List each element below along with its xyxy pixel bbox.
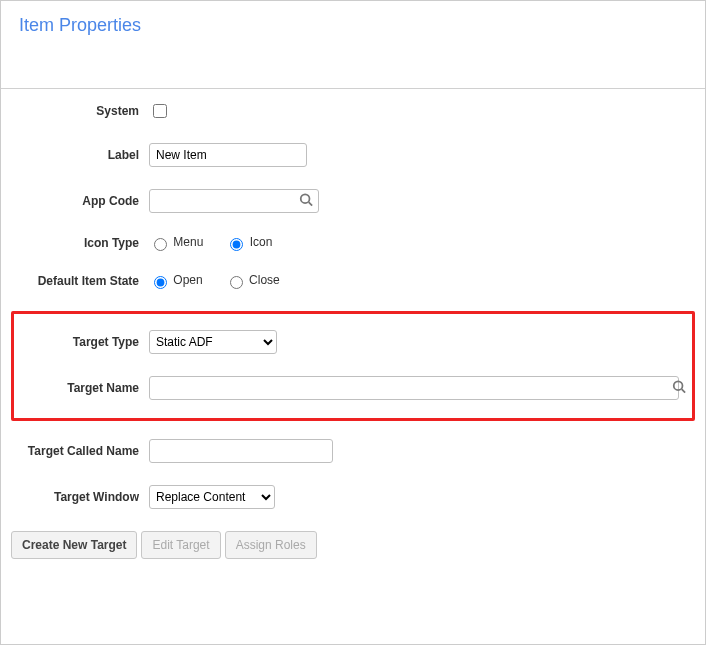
row-defaultstate: Default Item State Open Close bbox=[11, 273, 695, 289]
icontype-menu-label: Menu bbox=[173, 235, 203, 249]
label-targetwindow: Target Window bbox=[11, 490, 149, 504]
svg-line-1 bbox=[309, 202, 313, 206]
panel-title: Item Properties bbox=[19, 15, 687, 36]
svg-point-0 bbox=[301, 194, 310, 203]
label-defaultstate: Default Item State bbox=[11, 274, 149, 288]
row-appcode: App Code bbox=[11, 189, 695, 213]
svg-point-2 bbox=[674, 381, 683, 390]
row-targetwindow: Target Window Replace Content bbox=[11, 485, 695, 509]
panel-body: System Label App Code bbox=[1, 89, 705, 569]
label-label: Label bbox=[11, 148, 149, 162]
search-icon[interactable] bbox=[672, 380, 686, 397]
search-icon[interactable] bbox=[299, 193, 313, 210]
create-new-target-button[interactable]: Create New Target bbox=[11, 531, 137, 559]
label-targettype: Target Type bbox=[11, 335, 149, 349]
row-icontype: Icon Type Menu Icon bbox=[11, 235, 695, 251]
edit-target-button: Edit Target bbox=[141, 531, 220, 559]
item-properties-panel: Item Properties System Label App Code bbox=[0, 0, 706, 645]
label-input[interactable] bbox=[149, 143, 307, 167]
defaultstate-close-label: Close bbox=[249, 273, 280, 287]
targetname-input[interactable] bbox=[149, 376, 679, 400]
svg-line-3 bbox=[682, 389, 686, 393]
label-targetname: Target Name bbox=[11, 381, 149, 395]
defaultstate-radio-open[interactable] bbox=[154, 276, 167, 289]
label-system: System bbox=[11, 104, 149, 118]
row-system: System bbox=[11, 101, 695, 121]
row-targetname: Target Name bbox=[11, 376, 692, 400]
system-checkbox[interactable] bbox=[153, 104, 167, 118]
label-targetcalledname: Target Called Name bbox=[11, 444, 149, 458]
row-targettype: Target Type Static ADF bbox=[11, 330, 692, 354]
label-appcode: App Code bbox=[11, 194, 149, 208]
icontype-radio-menu[interactable] bbox=[154, 238, 167, 251]
targettype-select[interactable]: Static ADF bbox=[149, 330, 277, 354]
targetwindow-select[interactable]: Replace Content bbox=[149, 485, 275, 509]
targetcalledname-input bbox=[149, 439, 333, 463]
target-highlight-box: Target Type Static ADF Target Name bbox=[11, 311, 695, 421]
icontype-icon-label: Icon bbox=[250, 235, 273, 249]
defaultstate-open-label: Open bbox=[173, 273, 202, 287]
appcode-input[interactable] bbox=[149, 189, 319, 213]
button-row: Create New Target Edit Target Assign Rol… bbox=[11, 531, 695, 559]
assign-roles-button: Assign Roles bbox=[225, 531, 317, 559]
icontype-radio-icon[interactable] bbox=[230, 238, 243, 251]
row-label: Label bbox=[11, 143, 695, 167]
row-targetcalledname: Target Called Name bbox=[11, 439, 695, 463]
defaultstate-radio-close[interactable] bbox=[230, 276, 243, 289]
panel-header: Item Properties bbox=[1, 1, 705, 89]
label-icontype: Icon Type bbox=[11, 236, 149, 250]
